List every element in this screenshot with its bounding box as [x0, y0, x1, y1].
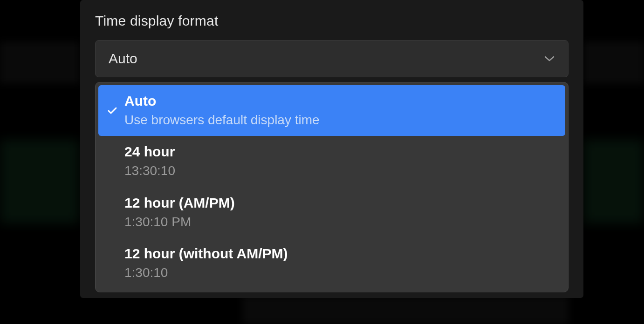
settings-panel: Time display format Auto Auto Use browse… — [80, 0, 583, 298]
check-icon — [103, 92, 122, 115]
option-12-hour-no-ampm[interactable]: 12 hour (without AM/PM) 1:30:10 — [98, 238, 565, 289]
option-title: 24 hour — [124, 142, 557, 161]
select-current-value: Auto — [109, 51, 137, 67]
background-blur — [583, 140, 644, 223]
option-12-hour-ampm[interactable]: 12 hour (AM/PM) 1:30:10 PM — [98, 187, 565, 238]
option-content: 12 hour (without AM/PM) 1:30:10 — [122, 244, 557, 281]
option-description: Use browsers default display time — [124, 112, 557, 128]
option-content: 12 hour (AM/PM) 1:30:10 PM — [122, 194, 557, 230]
background-blur — [0, 140, 79, 223]
option-title: 12 hour (AM/PM) — [124, 194, 557, 212]
option-content: 24 hour 13:30:10 — [122, 142, 557, 179]
option-description: 13:30:10 — [124, 162, 557, 179]
time-format-select[interactable]: Auto — [95, 40, 569, 77]
check-icon — [103, 244, 122, 259]
option-24-hour[interactable]: 24 hour 13:30:10 — [98, 136, 565, 187]
field-label: Time display format — [95, 13, 569, 29]
option-title: 12 hour (without AM/PM) — [124, 244, 557, 263]
background-blur — [583, 42, 644, 84]
background-blur — [0, 42, 79, 84]
check-icon — [103, 194, 122, 209]
option-description: 1:30:10 PM — [124, 214, 557, 230]
background-blur — [242, 296, 569, 324]
option-auto[interactable]: Auto Use browsers default display time — [98, 85, 565, 136]
time-format-dropdown: Auto Use browsers default display time 2… — [95, 82, 569, 292]
check-icon — [103, 142, 122, 157]
option-description: 1:30:10 — [124, 264, 557, 281]
chevron-down-icon — [544, 53, 555, 64]
option-content: Auto Use browsers default display time — [122, 92, 557, 128]
option-title: Auto — [124, 92, 557, 110]
